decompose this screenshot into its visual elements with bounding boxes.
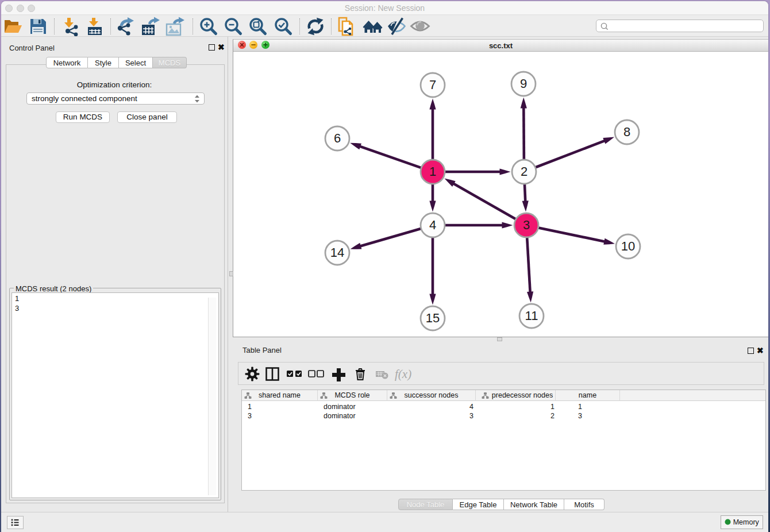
- svg-text:15: 15: [426, 311, 440, 325]
- svg-text:8: 8: [623, 125, 630, 139]
- svg-text:14: 14: [330, 245, 344, 260]
- svg-text:6: 6: [334, 131, 341, 145]
- svg-text:f(x): f(x): [395, 367, 411, 381]
- svg-text:9: 9: [520, 76, 527, 91]
- svg-text:7: 7: [429, 78, 436, 92]
- svg-text:1: 1: [429, 164, 436, 179]
- svg-text:10: 10: [621, 239, 635, 253]
- svg-text:3: 3: [523, 218, 530, 232]
- svg-text:2: 2: [521, 164, 528, 179]
- svg-text:4: 4: [429, 218, 436, 232]
- svg-text:11: 11: [525, 309, 538, 323]
